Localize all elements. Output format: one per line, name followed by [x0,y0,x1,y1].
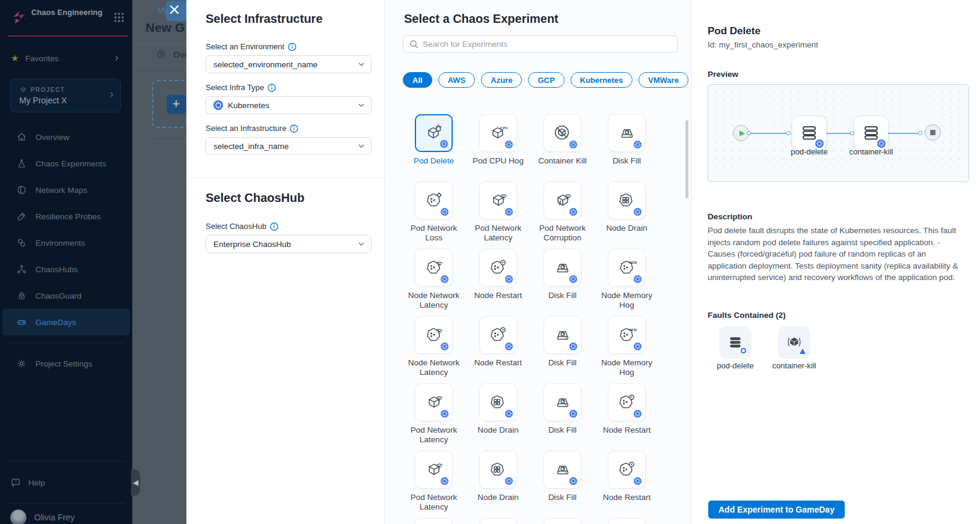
sidebar-item-network-maps[interactable]: Network Maps [0,177,132,203]
kubernetes-badge-icon [634,140,642,148]
sidebar-divider [8,503,124,504]
experiment-card-label: Node Drain [477,493,518,502]
experiment-card-node-memory-hog[interactable]: MEMNode Memory Hog [596,249,658,316]
close-icon [168,3,181,16]
filter-chip-aws[interactable]: AWS [438,72,476,88]
experiment-card-pod-network-loss[interactable]: Pod Network Loss [403,181,465,249]
experiment-card-node-restart[interactable]: Node Restart [474,316,522,383]
sidebar-item-chaoshubs[interactable]: ChaosHubs [0,256,132,282]
plus-button: + [167,95,186,114]
user-account[interactable]: Olivia Frey [0,507,132,524]
experiment-card-pod-delete[interactable]: Pod Delete [414,114,454,181]
kubernetes-badge-icon [634,275,642,282]
kubernetes-badge-icon [505,342,513,350]
experiment-card-pod-network-latency[interactable]: Pod Network Latency [467,181,530,249]
kubernetes-badge-icon [877,139,886,148]
kubernetes-badge-icon [505,207,513,215]
sidebar-item-chaos-experiments[interactable]: Chaos Experiments [0,150,132,177]
filter-chip-all[interactable]: All [403,72,432,88]
chaoshub-select[interactable]: Enterprise ChaosHub [206,235,372,253]
user-name: Olivia Frey [34,513,75,522]
sidebar-accent-rule [8,35,128,37]
experiment-card-label: Disk Fill [613,156,641,166]
experiment-card-node-restart[interactable]: Node Restart [603,451,651,518]
experiment-card-node-network-latency[interactable]: Node Network Latency [403,316,465,383]
experiment-card-pod-network-latency[interactable]: Pod Network Latency [403,518,465,524]
add-experiment-dropzone: + [152,80,186,128]
infrastructure-label: Select an Infrastructure [206,124,298,133]
search-input[interactable] [423,40,672,49]
kubernetes-badge-icon [505,140,513,148]
experiment-card-container-kill[interactable]: Container Kill [538,114,586,181]
sidebar-divider [8,343,124,343]
fault-label: container-kill [761,361,827,370]
sidebar-item-project-settings[interactable]: Project Settings [0,350,132,377]
experiment-card-label: Node Restart [474,291,522,300]
info-icon[interactable] [290,124,298,133]
experiment-card-disk-fill[interactable]: Disk Fill [544,249,581,316]
chevron-down-icon [358,242,365,247]
experiment-card-disk-fill[interactable]: Disk Fill [608,114,646,181]
info-icon[interactable] [270,222,278,231]
experiment-card-node-drain[interactable]: Node Drain [606,181,647,249]
sidebar-collapse-handle[interactable]: ◀ [131,469,140,496]
sidebar-item-label: Environments [35,239,85,248]
sidebar-item-resilience-probes[interactable]: Resilience Probes [0,203,132,230]
experiment-card-pod-network-corruption[interactable]: Pod Network Corruption [531,181,594,249]
sidebar-item-chaosguard[interactable]: ChaosGuard [0,282,132,309]
home-icon [16,132,27,142]
infrastructure-select[interactable]: selected_infra_name [206,137,372,155]
project-name: My Project X [19,96,67,105]
project-selector[interactable]: PROJECT My Project X [10,79,121,112]
add-experiment-to-gameday-button[interactable]: Add Experiment to GameDay [708,501,845,519]
filter-chip-gcp[interactable]: GCP [528,72,564,88]
experiment-card-pod-network-latency[interactable]: Pod Network Latency [403,451,465,518]
filter-chip-vmware[interactable]: VMWare [639,72,688,88]
sidebar-item-gamedays[interactable]: GameDays [2,309,130,335]
app-grid-icon[interactable] [113,11,125,23]
experiment-card-label: Pod Delete [414,156,454,166]
kubernetes-badge-icon [815,139,824,148]
fault-card-pod-delete[interactable] [719,326,752,359]
sidebar-item-favorites[interactable]: ★ Favorites [0,50,132,66]
experiment-card-node-drain[interactable]: Node Drain [477,518,518,524]
svg-text:MEM: MEM [629,328,637,331]
experiment-card-node-restart[interactable]: Node Restart [603,518,651,524]
experiment-card-label: Node Memory Hog [596,291,658,310]
pipeline-fault-container-kill[interactable] [854,117,888,150]
fault-label: pod-delete [702,361,768,370]
experiment-card-node-network-latency[interactable]: Node Network Latency [403,249,465,316]
sidebar-item-label: Resilience Probes [35,212,101,221]
fault-card-container-kill[interactable] [778,326,810,359]
scrollbar[interactable] [685,120,688,198]
close-modal-button[interactable] [168,3,181,16]
preview-label: Preview [708,70,738,79]
experiment-card-label: Node Restart [474,358,522,368]
sidebar-item-help[interactable]: ? Help [0,474,132,492]
info-icon[interactable] [288,43,296,51]
experiment-card-label: Node Network Latency [403,291,465,310]
experiment-card-node-drain[interactable]: Node Drain [477,383,518,451]
experiment-card-disk-fill[interactable]: Disk Fill [544,316,581,383]
experiment-card-disk-fill[interactable]: Disk Fill [544,451,581,518]
kubernetes-badge-icon [569,342,577,350]
experiment-card-disk-fill[interactable]: Disk Fill [544,383,581,451]
description-label: Description [708,212,752,221]
infra-type-select[interactable]: Kubernetes [206,96,372,114]
experiment-card-pod-cpu-hog[interactable]: CPUPod CPU Hog [473,114,524,181]
experiment-search[interactable] [403,35,678,53]
experiment-card-pod-network-latency[interactable]: Pod Network Latency [403,383,465,451]
pipeline-fault-pod-delete[interactable] [792,117,826,150]
filter-chip-kubernetes[interactable]: Kubernetes [571,72,633,88]
experiment-card-disk-fill[interactable]: Disk Fill [544,518,581,524]
info-icon[interactable] [268,84,276,92]
experiment-card-node-memory-hog[interactable]: MEMNode Memory Hog [596,316,658,383]
experiment-card-node-restart[interactable]: Node Restart [474,249,522,316]
sidebar-item-environments[interactable]: Environments [0,230,132,256]
experiment-card-node-drain[interactable]: Node Drain [477,451,518,518]
sidebar-item-overview[interactable]: Overview [0,124,132,150]
experiment-card-label: Pod CPU Hog [473,156,524,166]
experiment-card-node-restart[interactable]: Node Restart [603,383,651,451]
environment-select[interactable]: selected_environment_name [206,55,372,73]
filter-chip-azure[interactable]: Azure [481,72,522,88]
